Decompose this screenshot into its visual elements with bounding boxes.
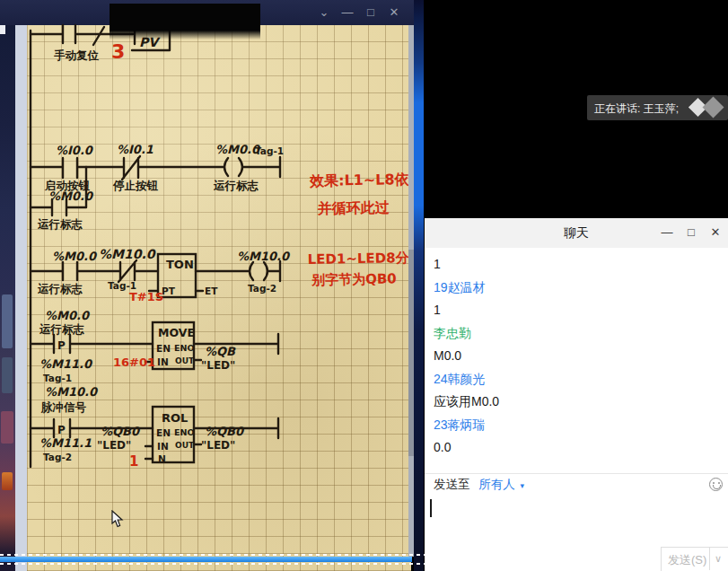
chat-message: 1 [425,253,728,277]
chat-window: 聊天 — □ ✕ 1 19赵温材 1 李忠勤 M0.0 24韩颜光 应该用M0.… [425,218,728,571]
screen-share-border-dots [0,554,431,556]
chat-divider [425,473,728,474]
chat-minimize-button[interactable]: — [659,225,675,239]
chat-message: M0.0 [425,345,728,368]
chat-message: 0.0 [425,436,728,460]
close-button[interactable]: ✕ [386,5,402,20]
screen-share-border-dots [0,563,431,565]
chevron-down-icon: ▾ [521,481,525,490]
send-separator [709,548,710,570]
chat-message: 应该用M0.0 [425,391,728,414]
send-button-group: 发送(S) ∨ [661,547,728,571]
chat-maximize-button[interactable]: □ [683,225,699,239]
shared-notebook-window: PV 3 手动复位 %I0.0 启动按钮 %M0.0 运行标志 %I0.1 停止… [0,0,414,571]
black-redaction-overlay [110,4,260,40]
text-cursor [430,499,432,517]
screen-share-border [0,557,412,562]
minimize-button[interactable]: — [339,5,355,20]
chat-close-button[interactable]: ✕ [707,225,724,239]
chat-sender-name[interactable]: 19赵温材 [425,277,728,300]
send-dropdown-button[interactable]: ∨ [715,553,722,565]
chat-titlebar: 聊天 — □ ✕ [425,218,728,248]
notebook-page [27,25,411,571]
chat-sender-name[interactable]: 李忠勤 [425,322,728,346]
chat-message: 1 [425,299,728,322]
chevron-down-icon[interactable]: ⌄ [316,5,332,20]
chat-message-list[interactable]: 1 19赵温材 1 李忠勤 M0.0 24韩颜光 应该用M0.0 23蒋炳瑞 0… [425,248,728,479]
send-to-row: 发送至 所有人 ▾ [434,477,524,495]
logo-diamond-icon [702,96,724,118]
emoji-icon[interactable] [709,478,723,491]
speaking-banner-text: 正在讲话: 王玉萍; [594,101,679,117]
chat-input[interactable] [425,496,728,547]
send-to-label: 发送至 [434,478,470,491]
screen: PV 3 手动复位 %I0.0 启动按钮 %M0.0 运行标志 %I0.1 停止… [0,0,728,571]
maximize-button[interactable]: □ [363,5,379,20]
window-edge-strip [414,0,424,571]
speaking-banner: 正在讲话: 王玉萍; [587,95,728,120]
chat-sender-name[interactable]: 23蒋炳瑞 [425,414,728,437]
mouse-cursor-icon [111,510,124,528]
send-button[interactable]: 发送(S) [668,552,706,568]
recipient-selector[interactable]: 所有人 [478,478,515,491]
chat-sender-name[interactable]: 24韩颜光 [425,368,728,391]
